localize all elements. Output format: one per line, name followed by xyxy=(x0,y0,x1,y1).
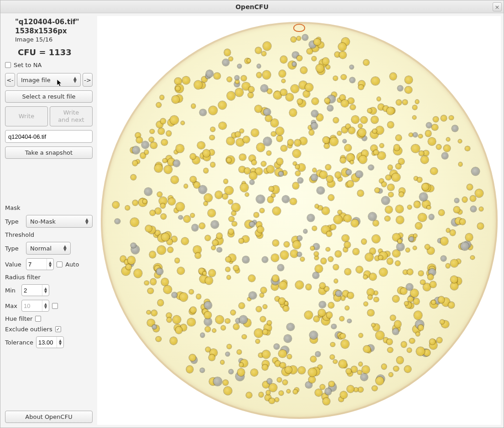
close-icon[interactable]: × xyxy=(493,2,502,11)
snapshot-button[interactable]: Take a snapshot xyxy=(5,146,93,159)
colony-marker xyxy=(287,355,291,359)
colony-marker xyxy=(397,243,404,251)
colony-marker xyxy=(338,210,342,214)
colony-marker xyxy=(318,309,325,316)
colony-marker xyxy=(302,35,308,40)
spinner-arrows-icon[interactable]: ▲▼ xyxy=(57,337,63,348)
colony-marker xyxy=(229,57,233,61)
radius-max-spinner[interactable]: ▲▼ xyxy=(21,300,49,312)
set-na-row[interactable]: Set to NA xyxy=(5,62,93,68)
colony-marker xyxy=(161,204,165,208)
colony-marker xyxy=(266,391,270,394)
colony-marker xyxy=(281,146,287,151)
prev-image-button[interactable]: <- xyxy=(5,73,15,87)
colony-marker xyxy=(307,214,314,221)
petri-dish-image xyxy=(101,22,498,419)
threshold-value-spinner[interactable]: ▲▼ xyxy=(26,258,54,270)
app-window: OpenCFU × "q120404-06.tif" 1538x1536px I… xyxy=(0,0,504,428)
colony-marker xyxy=(287,324,294,330)
colony-marker xyxy=(293,390,297,394)
write-button[interactable]: Write xyxy=(5,106,48,126)
tolerance-spinner[interactable]: ▲▼ xyxy=(36,336,64,348)
colony-marker xyxy=(450,230,455,235)
colony-marker xyxy=(271,254,279,261)
colony-marker xyxy=(176,145,183,152)
colony-marker xyxy=(358,190,364,196)
colony-marker xyxy=(161,214,166,219)
threshold-auto-label: Auto xyxy=(65,261,79,268)
colony-marker xyxy=(364,302,368,306)
colony-marker xyxy=(175,78,181,84)
colony-marker xyxy=(213,329,216,332)
colony-marker xyxy=(388,184,394,191)
colony-marker xyxy=(249,172,257,179)
colony-marker xyxy=(257,73,262,78)
spinner-arrows-icon[interactable]: ▲▼ xyxy=(42,285,49,296)
image-source-label: Image file xyxy=(21,77,51,84)
colony-marker xyxy=(200,110,206,116)
colony-marker xyxy=(128,256,135,264)
colony-marker xyxy=(277,158,283,164)
colony-marker xyxy=(389,373,393,376)
exclude-outliers-checkbox[interactable] xyxy=(55,326,61,332)
radius-max-checkbox[interactable] xyxy=(52,303,58,309)
colony-marker xyxy=(227,137,234,145)
colony-marker xyxy=(388,348,392,352)
colony-marker xyxy=(359,124,362,128)
colony-marker xyxy=(238,369,244,376)
hue-filter-checkbox[interactable] xyxy=(35,316,41,322)
image-source-combo[interactable]: Image file ▲▼ xyxy=(17,73,81,87)
threshold-auto-checkbox[interactable] xyxy=(57,261,62,267)
colony-marker xyxy=(199,223,205,229)
colony-marker xyxy=(240,183,249,192)
colony-marker xyxy=(176,203,184,211)
colony-marker xyxy=(358,371,362,375)
colony-marker xyxy=(389,193,393,197)
colony-marker xyxy=(249,292,256,299)
colony-marker xyxy=(419,151,423,155)
colony-marker xyxy=(348,98,353,104)
colony-marker xyxy=(184,184,187,188)
colony-marker xyxy=(284,335,291,342)
threshold-type-combo[interactable]: Normal ▲▼ xyxy=(26,242,71,255)
spinner-arrows-icon[interactable]: ▲▼ xyxy=(47,259,53,270)
colony-marker xyxy=(242,335,246,339)
colony-marker xyxy=(234,324,239,329)
next-image-button[interactable]: -> xyxy=(83,73,93,87)
colony-marker xyxy=(430,339,435,344)
colony-marker xyxy=(279,350,286,358)
colony-marker xyxy=(420,193,427,200)
filename-input[interactable] xyxy=(5,130,93,143)
colony-marker xyxy=(221,360,224,364)
colony-marker xyxy=(345,145,351,151)
spinner-arrows-icon[interactable]: ▲▼ xyxy=(42,300,49,311)
colony-marker xyxy=(223,380,228,385)
colony-marker xyxy=(346,369,351,374)
colony-marker xyxy=(168,198,175,205)
colony-marker xyxy=(267,321,271,325)
colony-marker xyxy=(288,140,294,146)
colony-marker xyxy=(209,270,215,276)
colony-marker xyxy=(213,377,222,386)
colony-marker xyxy=(314,252,318,256)
chevron-updown-icon: ▲▼ xyxy=(85,218,88,224)
colony-marker xyxy=(255,105,262,112)
set-na-checkbox[interactable] xyxy=(5,62,11,68)
write-and-next-button[interactable]: Write and next xyxy=(50,106,93,126)
image-viewport[interactable] xyxy=(97,16,501,425)
colony-marker xyxy=(177,267,184,274)
colony-marker xyxy=(237,350,241,354)
colony-marker xyxy=(201,333,205,337)
radius-min-spinner[interactable]: ▲▼ xyxy=(21,284,49,296)
colony-marker xyxy=(306,284,312,290)
select-result-file-button[interactable]: Select a result file xyxy=(5,90,93,103)
colony-marker xyxy=(145,281,148,285)
about-button[interactable]: About OpenCFU xyxy=(5,411,93,423)
colony-marker xyxy=(406,284,413,290)
colony-marker xyxy=(211,127,214,131)
mask-type-combo[interactable]: No-Mask ▲▼ xyxy=(26,215,93,228)
colony-marker xyxy=(426,130,431,136)
colony-marker xyxy=(182,77,190,84)
colony-marker xyxy=(343,140,347,143)
colony-marker xyxy=(262,365,268,370)
